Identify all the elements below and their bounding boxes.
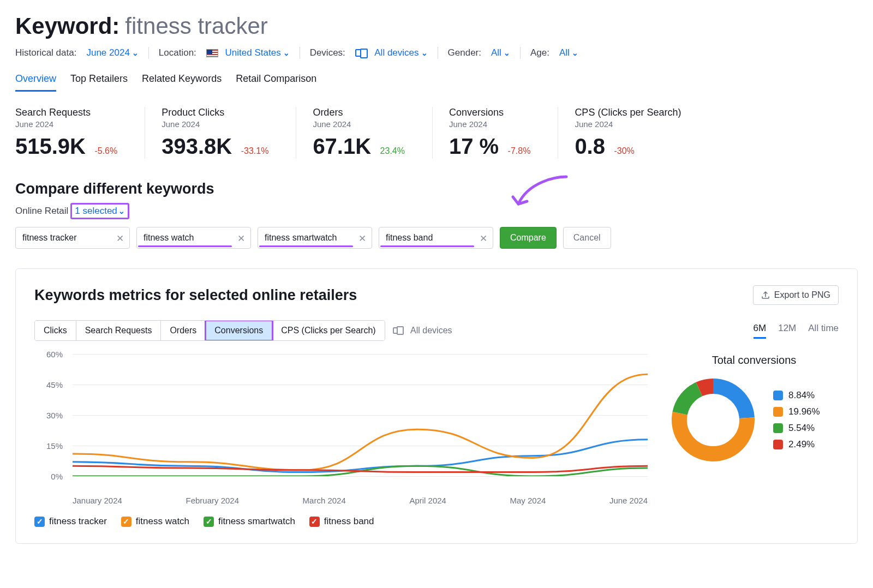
stat-value: 393.8K xyxy=(162,134,232,159)
y-tick-label: 15% xyxy=(46,441,63,451)
stat-search-requests: Search Requests June 2024 515.9K -5.6% xyxy=(15,107,145,159)
stat-conversions: Conversions June 2024 17 % -7.8% xyxy=(449,107,558,159)
stat-value: 67.1K xyxy=(313,134,371,159)
keyword-chip-3[interactable]: fitness smartwatch✕ xyxy=(258,227,372,249)
tab-retail-comparison[interactable]: Retail Comparison xyxy=(236,73,316,92)
metric-tab-search-requests[interactable]: Search Requests xyxy=(76,321,162,340)
stat-delta: -33.1% xyxy=(241,146,269,155)
separator xyxy=(438,47,438,59)
age-label: Age: xyxy=(530,47,549,58)
color-swatch-icon xyxy=(773,391,783,400)
us-flag-icon xyxy=(206,49,218,57)
metric-tab-conversions[interactable]: Conversions xyxy=(206,321,272,340)
stat-product-clicks: Product Clicks June 2024 393.8K -33.1% xyxy=(162,107,296,159)
donut-legend-value: 5.54% xyxy=(788,423,815,434)
stats-row: Search Requests June 2024 515.9K -5.6% P… xyxy=(15,107,858,159)
y-tick-label: 30% xyxy=(46,411,63,420)
stat-value: 515.9K xyxy=(15,134,86,159)
color-swatch-icon xyxy=(773,423,783,433)
stat-label: CPS (Clicks per Search) xyxy=(575,107,681,118)
remove-icon[interactable]: ✕ xyxy=(116,233,124,244)
metric-tab-clicks[interactable]: Clicks xyxy=(35,321,76,340)
metric-tab-orders[interactable]: Orders xyxy=(161,321,206,340)
donut-legend-value: 19.96% xyxy=(788,406,820,417)
line-chart: 60%45%30%15%0% January 2024February 2024… xyxy=(34,354,648,527)
cancel-button[interactable]: Cancel xyxy=(563,227,611,249)
filters-bar: Historical data: June 2024 ⌄ Location: U… xyxy=(15,47,858,59)
donut-legend-item: 2.49% xyxy=(773,439,820,450)
location-label: Location: xyxy=(159,47,196,58)
range-tabs: 6M 12M All time xyxy=(754,323,839,339)
stat-value: 0.8 xyxy=(575,134,605,159)
x-tick-label: February 2024 xyxy=(186,496,239,505)
metric-tab-cps[interactable]: CPS (Clicks per Search) xyxy=(272,321,384,340)
stat-sub: June 2024 xyxy=(449,119,530,129)
remove-icon[interactable]: ✕ xyxy=(480,233,487,244)
range-tab-12m[interactable]: 12M xyxy=(778,323,796,339)
devices-hint[interactable]: All devices xyxy=(393,326,452,335)
keyword-chip-2[interactable]: fitness watch✕ xyxy=(136,227,251,249)
separator xyxy=(148,47,149,59)
donut-legend-item: 8.84% xyxy=(773,390,820,401)
annotation-arrow-icon xyxy=(506,174,572,218)
stat-label: Search Requests xyxy=(15,107,117,118)
stat-delta: -30% xyxy=(614,146,634,155)
color-swatch-icon xyxy=(773,407,783,417)
tab-related-keywords[interactable]: Related Keywords xyxy=(142,73,222,92)
export-icon xyxy=(761,291,770,299)
keyword-value: fitness tracker xyxy=(125,13,267,39)
metrics-panel: Keywords metrics for selected online ret… xyxy=(15,268,858,544)
online-retail-label: Online Retail xyxy=(15,206,68,217)
online-retail-dropdown[interactable]: 1 selected ⌄ xyxy=(70,203,129,219)
export-png-button[interactable]: Export to PNG xyxy=(753,285,839,305)
stat-cps: CPS (Clicks per Search) June 2024 0.8 -3… xyxy=(575,107,708,159)
historical-data-dropdown[interactable]: June 2024 ⌄ xyxy=(86,47,138,58)
tab-overview[interactable]: Overview xyxy=(15,73,56,92)
separator xyxy=(520,47,521,59)
gender-dropdown[interactable]: All ⌄ xyxy=(491,47,510,58)
remove-icon[interactable]: ✕ xyxy=(358,233,366,244)
tab-top-retailers[interactable]: Top Retailers xyxy=(70,73,128,92)
legend-checkbox-icon: ✓ xyxy=(121,517,131,527)
page-title-row: Keyword: fitness tracker xyxy=(15,13,858,39)
stat-value: 17 % xyxy=(449,134,499,159)
donut-legend: 8.84%19.96%5.54%2.49% xyxy=(773,390,820,450)
compare-title: Compare different keywords xyxy=(15,181,858,197)
keyword-chip-1[interactable]: fitness tracker✕ xyxy=(15,227,130,249)
chip-label: fitness smartwatch xyxy=(265,233,337,243)
donut-legend-value: 2.49% xyxy=(788,439,815,450)
keyword-chip-4[interactable]: fitness band✕ xyxy=(379,227,493,249)
legend-checkbox-icon: ✓ xyxy=(34,517,45,527)
donut-panel: Total conversions 8.84%19.96%5.54%2.49% xyxy=(669,354,839,464)
donut-legend-item: 19.96% xyxy=(773,406,820,417)
chip-label: fitness tracker xyxy=(22,233,77,243)
chevron-down-icon: ⌄ xyxy=(118,207,125,215)
legend-item[interactable]: ✓fitness band xyxy=(309,516,374,527)
legend-item[interactable]: ✓fitness watch xyxy=(121,516,189,527)
chevron-down-icon: ⌄ xyxy=(132,49,139,57)
donut-legend-item: 5.54% xyxy=(773,423,820,434)
remove-icon[interactable]: ✕ xyxy=(237,233,245,244)
chevron-down-icon: ⌄ xyxy=(421,49,428,57)
donut-legend-value: 8.84% xyxy=(788,390,815,401)
compare-button[interactable]: Compare xyxy=(500,227,557,249)
legend-item[interactable]: ✓fitness smartwatch xyxy=(204,516,295,527)
location-dropdown[interactable]: United States ⌄ xyxy=(206,47,290,58)
chip-label: fitness band xyxy=(386,233,433,243)
devices-label: Devices: xyxy=(310,47,345,58)
y-tick-label: 0% xyxy=(51,472,63,481)
range-tab-all-time[interactable]: All time xyxy=(808,323,839,339)
age-dropdown[interactable]: All ⌄ xyxy=(559,47,578,58)
range-tab-6m[interactable]: 6M xyxy=(754,323,767,339)
devices-icon xyxy=(393,327,402,334)
legend-item[interactable]: ✓fitness tracker xyxy=(34,516,107,527)
chevron-down-icon: ⌄ xyxy=(504,49,510,57)
devices-dropdown[interactable]: All devices ⌄ xyxy=(355,47,428,58)
legend-checkbox-icon: ✓ xyxy=(204,517,214,527)
stat-label: Product Clicks xyxy=(162,107,268,118)
main-tabs: Overview Top Retailers Related Keywords … xyxy=(15,73,858,92)
stat-label: Orders xyxy=(313,107,405,118)
chevron-down-icon: ⌄ xyxy=(283,49,290,57)
legend-label: fitness tracker xyxy=(49,516,107,527)
color-swatch-icon xyxy=(773,440,783,449)
